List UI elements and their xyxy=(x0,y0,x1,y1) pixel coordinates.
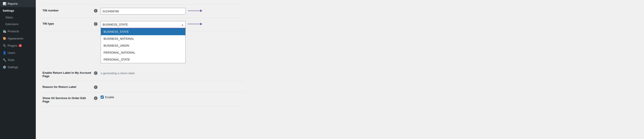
reason-label-help[interactable]: i xyxy=(94,84,98,89)
tin-type-selected-value: BUSINESS_STATE xyxy=(103,23,128,26)
tin-type-select[interactable]: BUSINESS_STATE ▲ xyxy=(100,21,186,28)
show-services-label: Show All Services In Order Edit Page xyxy=(42,95,92,103)
chevron-up-icon: ▲ xyxy=(181,23,184,26)
sidebar-item-appearance[interactable]: 🎨 Appearance xyxy=(0,35,36,42)
return-label-control: e generating a return label . xyxy=(100,70,244,75)
return-label-help[interactable]: i xyxy=(94,70,98,75)
sidebar-item-users[interactable]: 👤 Users xyxy=(0,49,36,56)
sidebar-item-extensions[interactable]: Extensions xyxy=(0,21,36,28)
return-label-label: Enable Return Label in My Account Page xyxy=(42,70,92,78)
help-icon-2[interactable]: i xyxy=(94,22,98,26)
sidebar-item-label: Status xyxy=(5,16,13,19)
reason-label-label: Reason for Return Label xyxy=(42,84,92,89)
tin-type-row: TIN type i BUSINESS_STATE ▲ BUSINESS_STA… xyxy=(42,18,244,31)
show-services-help[interactable]: i xyxy=(94,95,98,100)
tin-number-row: TIN number i xyxy=(42,5,244,18)
tin-number-arrow xyxy=(188,10,202,12)
sidebar-item-label: Extensions xyxy=(5,23,18,26)
plugins-icon: 🔌 xyxy=(3,44,6,47)
sidebar-item-label: Settings xyxy=(8,65,18,69)
sidebar-item-label: Appearance xyxy=(8,37,23,40)
show-services-enable-label: Enable xyxy=(105,95,114,99)
dropdown-item-business-union[interactable]: BUSINESS_UNION xyxy=(101,42,185,49)
sidebar-item-label: Users xyxy=(8,51,15,55)
arrow-line xyxy=(188,11,200,11)
sidebar-item-label: Settings xyxy=(3,9,14,12)
show-services-checkbox[interactable] xyxy=(100,95,104,99)
dropdown-item-personal-state[interactable]: PERSONAL_STATE xyxy=(101,56,185,63)
users-icon: 👤 xyxy=(3,51,6,55)
return-label-description: e generating a return label . xyxy=(100,70,244,75)
dropdown-item-personal-national[interactable]: PERSONAL_NATIONAL xyxy=(101,49,185,56)
tin-type-label: TIN type xyxy=(42,21,92,25)
sidebar-item-settings[interactable]: Settings xyxy=(0,7,36,14)
tin-number-control xyxy=(100,8,244,15)
sidebar-item-settings-main[interactable]: ⚙️ Settings xyxy=(0,63,36,71)
reason-label-row: Reason for Return Label i xyxy=(42,81,244,92)
tin-type-help[interactable]: i xyxy=(94,21,98,26)
tin-type-dropdown: BUSINESS_STATE BUSINESS_NATIONAL BUSINES… xyxy=(100,28,186,63)
return-label-row: Enable Return Label in My Account Page i… xyxy=(42,67,244,81)
tin-type-select-wrapper: BUSINESS_STATE ▲ BUSINESS_STATE BUSINESS… xyxy=(100,21,186,28)
main-content: TIN number i TIN type i xyxy=(36,0,644,139)
dropdown-item-business-state[interactable]: BUSINESS_STATE xyxy=(101,28,185,35)
help-icon-3[interactable]: i xyxy=(94,71,98,75)
sidebar-item-label: Products xyxy=(8,30,19,33)
arrow-line-2 xyxy=(188,24,200,24)
tin-number-label: TIN number xyxy=(42,8,92,12)
sidebar-item-label: Plugins xyxy=(8,44,17,47)
sidebar-item-tools[interactable]: 🔧 Tools xyxy=(0,56,36,63)
sidebar-item-plugins[interactable]: 🔌 Plugins 2 xyxy=(0,42,36,49)
help-icon[interactable]: i xyxy=(94,9,98,13)
reports-icon: 📊 xyxy=(3,2,6,5)
arrow-head-2 xyxy=(200,23,202,25)
appearance-icon: 🎨 xyxy=(3,37,6,40)
settings-table: TIN number i TIN type i xyxy=(42,5,244,106)
sidebar: 📊 Reports Settings Status Extensions 🛍️ … xyxy=(0,0,36,139)
sidebar-item-status[interactable]: Status xyxy=(0,14,36,21)
sidebar-item-reports[interactable]: 📊 Reports xyxy=(0,0,36,7)
settings-icon: ⚙️ xyxy=(3,65,6,69)
plugins-badge: 2 xyxy=(18,44,22,47)
tools-icon: 🔧 xyxy=(3,58,6,62)
sidebar-item-label: Reports xyxy=(8,2,18,5)
tin-number-help[interactable]: i xyxy=(94,8,98,13)
tin-type-control: BUSINESS_STATE ▲ BUSINESS_STATE BUSINESS… xyxy=(100,21,244,28)
tin-type-arrow xyxy=(188,23,202,25)
dropdown-item-business-national[interactable]: BUSINESS_NATIONAL xyxy=(101,35,185,42)
tin-number-input[interactable] xyxy=(100,8,186,15)
show-services-control: Enable xyxy=(100,95,244,99)
help-icon-4[interactable]: i xyxy=(94,85,98,89)
sidebar-item-label: Tools xyxy=(8,58,14,62)
products-icon: 🛍️ xyxy=(3,29,6,33)
sidebar-item-products[interactable]: 🛍️ Products xyxy=(0,28,36,35)
help-icon-5[interactable]: i xyxy=(94,96,98,100)
show-services-checkbox-wrapper: Enable xyxy=(100,95,244,99)
show-services-row: Show All Services In Order Edit Page i E… xyxy=(42,92,244,106)
arrow-head xyxy=(200,10,202,12)
